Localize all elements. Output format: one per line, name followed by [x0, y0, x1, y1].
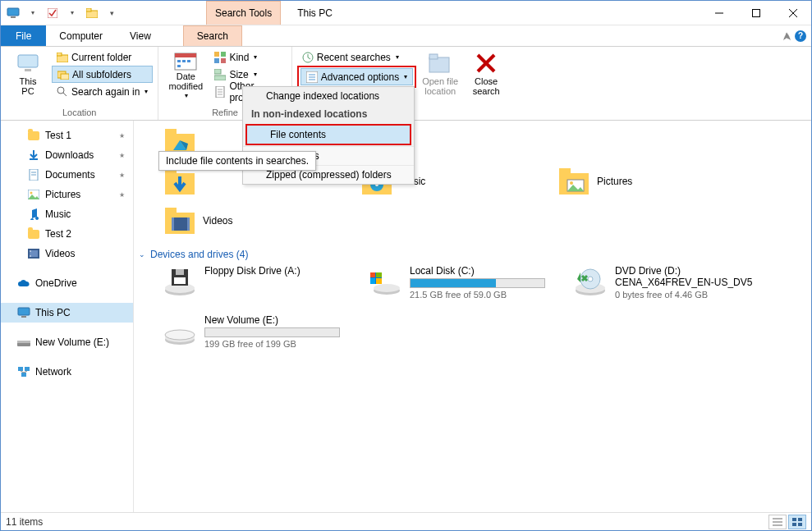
dvd-icon — [574, 265, 607, 298]
floppy-icon — [163, 265, 196, 298]
folder-icon — [27, 227, 40, 240]
recent-searches-button[interactable]: Recent searches▾ — [297, 48, 416, 66]
minimize-button[interactable] — [700, 1, 737, 25]
sidebar-item-downloads[interactable]: Downloads — [1, 145, 133, 165]
drive-label: Floppy Disk Drive (A:) — [204, 265, 300, 277]
list-icon — [306, 71, 318, 83]
minimize-ribbon-icon[interactable]: ⮝ — [782, 31, 791, 41]
svg-point-98 — [165, 330, 195, 340]
drive-tile-new-volume[interactable]: New Volume (E:) 199 GB free of 199 GB — [163, 314, 360, 349]
current-folder-button[interactable]: Current folder — [52, 48, 153, 66]
svg-rect-40 — [429, 57, 449, 72]
view-details-button[interactable] — [768, 515, 787, 529]
sidebar-item-label: Test 2 — [45, 228, 71, 240]
svg-rect-76 — [165, 208, 177, 214]
svg-rect-20 — [182, 60, 186, 62]
drive-subtext: 21.5 GB free of 59.0 GB — [410, 290, 545, 300]
sidebar-item-network[interactable]: Network — [1, 362, 133, 382]
all-subfolders-button[interactable]: All subfolders — [52, 66, 153, 83]
drive-icon — [17, 336, 30, 349]
svg-rect-58 — [18, 367, 23, 371]
svg-rect-23 — [214, 52, 219, 57]
drive-tile-local-c[interactable]: Local Disk (C:) 21.5 GB free of 59.0 GB — [369, 265, 566, 300]
tab-search[interactable]: Search — [183, 25, 242, 46]
subfolders-icon — [57, 70, 69, 80]
this-pc-large-icon — [15, 50, 41, 76]
qat-properties-icon[interactable] — [44, 4, 62, 22]
view-tiles-button[interactable] — [788, 515, 806, 529]
window-controls — [700, 1, 811, 25]
drive-subtext: 199 GB free of 199 GB — [204, 339, 340, 349]
tab-view[interactable]: View — [117, 25, 165, 46]
svg-point-95 — [588, 277, 593, 282]
disk-icon — [163, 314, 196, 347]
close-search-button[interactable]: Close search — [464, 48, 508, 101]
music-icon — [27, 208, 40, 221]
navigation-pane: Test 1 Downloads Documents Pictures Musi… — [1, 121, 134, 512]
tab-computer[interactable]: Computer — [46, 25, 117, 46]
ribbon-group-location: This PC Current folder All subfolders Se… — [1, 47, 158, 120]
sidebar-item-pictures[interactable]: Pictures — [1, 185, 133, 204]
sidebar-item-test1[interactable]: Test 1 — [1, 126, 133, 145]
menu-change-indexed-locations[interactable]: Change indexed locations — [243, 87, 414, 105]
svg-point-74 — [570, 181, 573, 185]
recent-searches-label: Recent searches — [317, 52, 391, 63]
sidebar-item-test2[interactable]: Test 2 — [1, 224, 133, 244]
sidebar-item-new-volume[interactable]: New Volume (E:) — [1, 332, 133, 352]
drive-label: New Volume (E:) — [204, 314, 340, 326]
sidebar-item-music[interactable]: Music — [1, 204, 133, 224]
date-modified-button[interactable]: Date modified▾ — [163, 48, 208, 101]
devices-header[interactable]: ⌄ Devices and drives (4) — [139, 249, 805, 260]
tab-file[interactable]: File — [1, 25, 46, 46]
folder-icon — [27, 129, 40, 142]
qat-dropdown2-icon[interactable]: ▾ — [63, 4, 81, 22]
svg-point-86 — [374, 284, 400, 292]
svg-rect-1 — [11, 16, 16, 18]
folder-tile-videos[interactable]: Videos — [163, 204, 352, 237]
svg-rect-90 — [370, 278, 375, 284]
all-subfolders-label: All subfolders — [72, 69, 131, 80]
folder-label: Videos — [203, 215, 232, 227]
close-search-label: Close search — [473, 76, 500, 96]
svg-rect-57 — [17, 341, 30, 343]
open-file-location-button: Open file location — [418, 48, 462, 101]
svg-rect-26 — [221, 58, 226, 63]
menu-file-contents[interactable]: File contents — [247, 126, 410, 144]
advanced-options-button[interactable]: Advanced options▾ — [300, 68, 413, 85]
help-icon[interactable]: ? — [795, 30, 806, 42]
usage-fill — [411, 279, 496, 287]
this-pc-icon[interactable] — [4, 4, 22, 22]
current-folder-label: Current folder — [71, 52, 131, 63]
qat-newfolder-icon[interactable] — [83, 4, 101, 22]
sidebar-item-this-pc[interactable]: This PC — [1, 303, 133, 323]
folder-tile-pictures[interactable]: Pictures — [557, 165, 746, 198]
drive-tile-dvd[interactable]: DVD Drive (D:) CENA_X64FREV_EN-US_DV5 0 … — [574, 265, 771, 300]
drive-tile-floppy[interactable]: Floppy Disk Drive (A:) — [163, 265, 360, 300]
cloud-icon — [17, 277, 30, 290]
kind-button[interactable]: Kind▾ — [209, 48, 286, 66]
maximize-button[interactable] — [737, 1, 774, 25]
close-button[interactable] — [774, 1, 811, 25]
svg-rect-9 — [18, 55, 38, 67]
sidebar-item-label: New Volume (E:) — [35, 336, 109, 348]
svg-rect-18 — [175, 53, 196, 57]
video-icon — [27, 247, 40, 260]
sidebar-item-label: Documents — [45, 169, 95, 181]
svg-rect-91 — [376, 278, 382, 284]
videos-folder-icon — [163, 204, 196, 237]
svg-rect-103 — [798, 518, 802, 521]
sidebar-item-documents[interactable]: Documents — [1, 165, 133, 185]
sidebar-item-onedrive[interactable]: OneDrive — [1, 273, 133, 293]
svg-point-52 — [30, 250, 31, 252]
svg-point-53 — [30, 255, 31, 257]
search-again-in-button[interactable]: Search again in ▾ — [52, 83, 153, 100]
svg-rect-14 — [61, 74, 69, 80]
svg-rect-64 — [165, 129, 177, 135]
this-pc-button[interactable]: This PC — [6, 48, 50, 101]
title-bar: ▾ ▾ ▾ Search Tools This PC — [1, 1, 811, 25]
qat-customize-icon[interactable]: ▾ — [103, 4, 121, 22]
sidebar-item-videos[interactable]: Videos — [1, 244, 133, 263]
qat-dropdown-icon[interactable]: ▾ — [24, 4, 42, 22]
monitor-icon — [17, 306, 30, 319]
svg-rect-105 — [798, 523, 802, 526]
